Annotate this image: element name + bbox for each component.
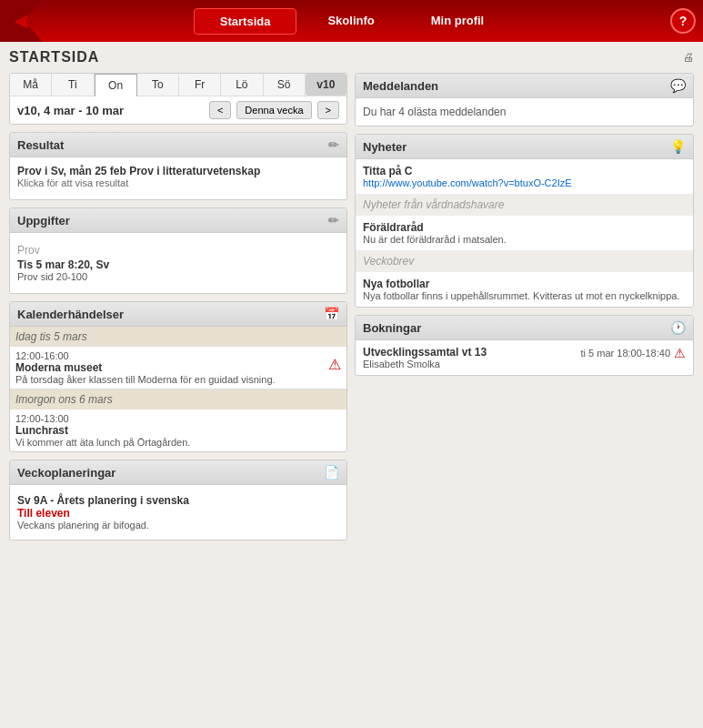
news-header: Nyheter 💡 bbox=[356, 135, 693, 159]
messages-header: Meddelanden 💬 bbox=[356, 74, 693, 98]
day-on[interactable]: On bbox=[95, 74, 137, 96]
message-icon[interactable]: 💬 bbox=[670, 78, 686, 93]
task-item: Tis 5 mar 8:20, Sv Prov sid 20-100 bbox=[17, 258, 339, 282]
task-sub: Prov sid 20-100 bbox=[17, 271, 339, 282]
bookings-header: Bokningar 🕐 bbox=[356, 316, 693, 340]
news-item-cat1-0: Nya fotbollar Nya fotbollar finns i uppe… bbox=[356, 272, 693, 307]
week-number[interactable]: v10 bbox=[306, 74, 346, 96]
results-title: Resultat bbox=[17, 138, 64, 152]
veckoplaneringar-body: Sv 9A - Årets planering i svenska Till e… bbox=[10, 485, 346, 540]
booking-person-0: Elisabeth Smolka bbox=[363, 359, 487, 369]
news-category-1: Veckobrev bbox=[356, 251, 693, 272]
vp-item: Sv 9A - Årets planering i svenska Till e… bbox=[17, 492, 339, 532]
right-column: Meddelanden 💬 Du har 4 olästa meddelande… bbox=[355, 73, 694, 541]
week-navigator: Må Ti On To Fr Lö Sö v10 v10, 4 mar - 10… bbox=[9, 73, 347, 125]
day-fr[interactable]: Fr bbox=[179, 74, 221, 96]
messages-title: Meddelanden bbox=[363, 79, 438, 93]
messages-box: Meddelanden 💬 Du har 4 olästa meddelande… bbox=[355, 73, 694, 126]
news-item-cat0-0: Föräldraråd Nu är det föräldraråd i mats… bbox=[356, 216, 693, 251]
result-sub[interactable]: Klicka för att visa resultat bbox=[17, 177, 339, 188]
task-category: Prov bbox=[17, 240, 339, 258]
news-item-cat1-0-title: Nya fotbollar bbox=[363, 278, 686, 290]
veckoplaneringar-box: Veckoplaneringar 📄 Sv 9A - Årets planeri… bbox=[9, 460, 347, 541]
calendar-box: Kalenderhändelser 📅 Idag tis 5 mars 12:0… bbox=[9, 301, 347, 452]
day-ti[interactable]: Ti bbox=[52, 74, 94, 96]
page-header: STARTSIDA 🖨 bbox=[9, 49, 694, 66]
news-body: Titta på C http://www.youtube.com/watch?… bbox=[356, 159, 693, 307]
day-so[interactable]: Sö bbox=[264, 74, 306, 96]
tasks-edit-icon[interactable]: ✏ bbox=[328, 213, 339, 228]
main-content: STARTSIDA 🖨 Må Ti On To Fr Lö Sö v10 v10… bbox=[0, 42, 703, 548]
news-item-0-title: Titta på C bbox=[363, 165, 686, 177]
vp-title: Sv 9A - Årets planering i svenska bbox=[17, 494, 339, 507]
news-category-0: Nyheter från vårdnadshavare bbox=[356, 195, 693, 216]
cal-event-1-title: Moderna museet bbox=[15, 361, 341, 374]
page-title: STARTSIDA bbox=[9, 49, 99, 66]
help-button[interactable]: ? bbox=[670, 8, 696, 34]
vp-desc: Veckans planering är bifogad. bbox=[17, 520, 339, 531]
result-title: Prov i Sv, mån 25 feb Prov i litteraturv… bbox=[17, 165, 339, 177]
week-controls: v10, 4 mar - 10 mar < Denna vecka > bbox=[10, 96, 346, 124]
cal-event-2-title: Lunchrast bbox=[15, 424, 341, 437]
news-item-cat0-0-desc: Nu är det föräldraråd i matsalen. bbox=[363, 234, 686, 245]
news-item-cat1-0-desc: Nya fotbollar finns i uppehållsrummet. K… bbox=[363, 290, 686, 301]
booking-right-0: ti 5 mar 18:00-18:40 ⚠ bbox=[581, 346, 686, 360]
week-label: v10, 4 mar - 10 mar bbox=[17, 104, 204, 117]
nav-skolinfo[interactable]: Skolinfo bbox=[302, 8, 399, 35]
cal-event-2-desc: Vi kommer att äta lunch på Örtagården. bbox=[15, 437, 341, 448]
messages-body: Du har 4 olästa meddelanden bbox=[356, 98, 693, 126]
results-header: Resultat ✏ bbox=[10, 133, 346, 157]
nav-links: Startsida Skolinfo Min profil bbox=[194, 8, 509, 35]
cal-event-1-desc: På torsdag åker klassen till Moderna för… bbox=[15, 374, 341, 385]
edit-icon[interactable]: ✏ bbox=[328, 137, 339, 152]
result-item: Prov i Sv, mån 25 feb Prov i litteraturv… bbox=[17, 165, 339, 188]
week-days: Må Ti On To Fr Lö Sö v10 bbox=[10, 74, 346, 96]
bookings-box: Bokningar 🕐 Utvecklingssamtal vt 13 Elis… bbox=[355, 315, 694, 376]
results-box: Resultat ✏ Prov i Sv, mån 25 feb Prov i … bbox=[9, 132, 347, 200]
day-ma[interactable]: Må bbox=[10, 74, 52, 96]
news-title: Nyheter bbox=[363, 140, 407, 154]
bookings-title: Bokningar bbox=[363, 321, 421, 335]
calendar-icon[interactable]: 📅 bbox=[324, 307, 339, 321]
bookings-clock-icon[interactable]: 🕐 bbox=[670, 320, 686, 335]
nav-startsida[interactable]: Startsida bbox=[194, 8, 297, 35]
veckoplaneringar-header: Veckoplaneringar 📄 bbox=[10, 460, 346, 485]
booking-item-0: Utvecklingssamtal vt 13 Elisabeth Smolka… bbox=[356, 340, 693, 375]
vp-doc-icon[interactable]: 📄 bbox=[324, 465, 339, 480]
news-item-0: Titta på C http://www.youtube.com/watch?… bbox=[356, 159, 693, 195]
tasks-title: Uppgifter bbox=[17, 214, 70, 228]
nav-minprofil[interactable]: Min profil bbox=[406, 8, 510, 35]
tasks-body: Prov Tis 5 mar 8:20, Sv Prov sid 20-100 bbox=[10, 233, 346, 293]
current-week-button[interactable]: Denna vecka bbox=[236, 101, 311, 119]
tasks-box: Uppgifter ✏ Prov Tis 5 mar 8:20, Sv Prov… bbox=[9, 207, 347, 294]
cal-day-header-2: Imorgon ons 6 mars bbox=[10, 389, 346, 410]
left-column: Må Ti On To Fr Lö Sö v10 v10, 4 mar - 10… bbox=[9, 73, 347, 541]
cal-event-2-time: 12:00-13:00 bbox=[15, 413, 341, 424]
booking-left-0: Utvecklingssamtal vt 13 Elisabeth Smolka bbox=[363, 346, 487, 369]
task-title: Tis 5 mar 8:20, Sv bbox=[17, 258, 339, 271]
vp-sub: Till eleven bbox=[17, 507, 339, 520]
next-week-button[interactable]: > bbox=[317, 101, 339, 119]
day-to[interactable]: To bbox=[137, 74, 179, 96]
day-lo[interactable]: Lö bbox=[221, 74, 263, 96]
prev-week-button[interactable]: < bbox=[209, 101, 231, 119]
print-icon[interactable]: 🖨 bbox=[683, 51, 694, 64]
news-item-0-link[interactable]: http://www.youtube.com/watch?v=btuxO-C2I… bbox=[363, 177, 686, 188]
booking-alert-icon-0: ⚠ bbox=[674, 346, 686, 360]
calendar-title: Kalenderhändelser bbox=[17, 308, 124, 321]
results-body: Prov i Sv, mån 25 feb Prov i litteraturv… bbox=[10, 157, 346, 199]
tasks-header: Uppgifter ✏ bbox=[10, 208, 346, 233]
booking-time-0: ti 5 mar 18:00-18:40 bbox=[581, 348, 670, 359]
news-item-cat0-0-title: Föräldraråd bbox=[363, 221, 686, 234]
calendar-header: Kalenderhändelser 📅 bbox=[10, 302, 346, 327]
cal-day-header-1: Idag tis 5 mars bbox=[10, 327, 346, 347]
booking-title-0: Utvecklingssamtal vt 13 bbox=[363, 346, 487, 359]
cal-event-2: 12:00-13:00 Lunchrast Vi kommer att äta … bbox=[10, 410, 346, 451]
top-nav: ◀ Startsida Skolinfo Min profil ? bbox=[0, 0, 703, 42]
cal-event-1-time: 12:00-16:00 bbox=[15, 350, 341, 361]
arrow-icon: ◀ bbox=[15, 11, 27, 31]
news-bulb-icon[interactable]: 💡 bbox=[670, 139, 686, 154]
news-box: Nyheter 💡 Titta på C http://www.youtube.… bbox=[355, 134, 694, 308]
nav-back-arrow[interactable]: ◀ bbox=[0, 0, 42, 42]
calendar-body: Idag tis 5 mars 12:00-16:00 Moderna muse… bbox=[10, 327, 346, 451]
